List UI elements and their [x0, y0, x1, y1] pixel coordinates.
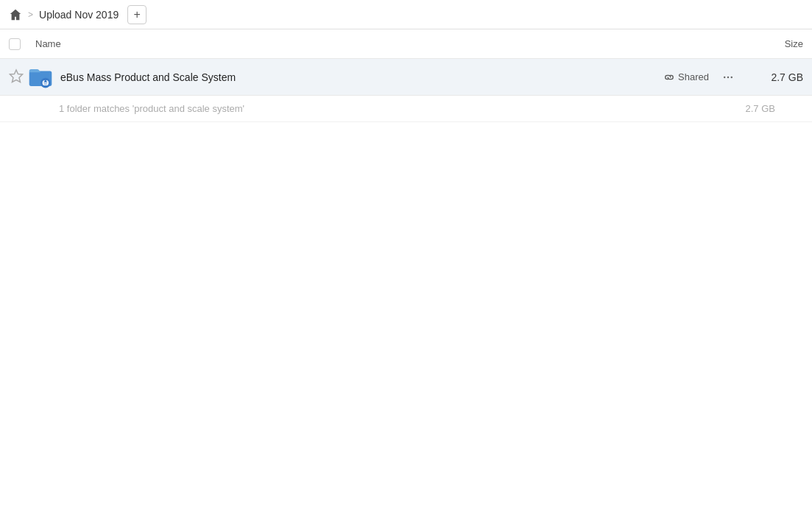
home-icon	[9, 8, 22, 21]
more-options-button[interactable]	[718, 67, 738, 88]
file-size: 2.7 GB	[744, 71, 803, 83]
link-icon	[664, 72, 674, 82]
svg-marker-0	[10, 70, 23, 82]
star-icon[interactable]	[9, 68, 24, 85]
svg-point-3	[724, 76, 725, 77]
select-all-checkbox-wrapper[interactable]	[9, 38, 35, 50]
folder-icon	[28, 65, 53, 90]
table-row[interactable]: eBus Mass Product and Scale System Share…	[0, 59, 812, 96]
svg-point-4	[727, 76, 729, 77]
match-info-size: 2.7 GB	[716, 103, 775, 114]
svg-point-5	[731, 76, 732, 77]
file-name: eBus Mass Product and Scale System	[60, 71, 664, 83]
column-header-name: Name	[35, 38, 730, 49]
breadcrumb-title: Upload Nov 2019	[39, 9, 119, 21]
add-button[interactable]: +	[127, 5, 146, 24]
match-info-text: 1 folder matches 'product and scale syst…	[59, 103, 716, 114]
shared-badge: Shared	[664, 71, 709, 82]
match-info-row: 1 folder matches 'product and scale syst…	[0, 96, 812, 122]
column-header-size: Size	[730, 38, 803, 49]
breadcrumb-bar: > Upload Nov 2019 +	[0, 0, 812, 29]
table-header: Name Size	[0, 29, 812, 59]
shared-label: Shared	[678, 71, 709, 82]
home-breadcrumb[interactable]	[9, 8, 22, 21]
select-all-checkbox[interactable]	[9, 38, 21, 50]
more-options-icon	[722, 71, 734, 83]
breadcrumb-separator: >	[28, 10, 33, 20]
